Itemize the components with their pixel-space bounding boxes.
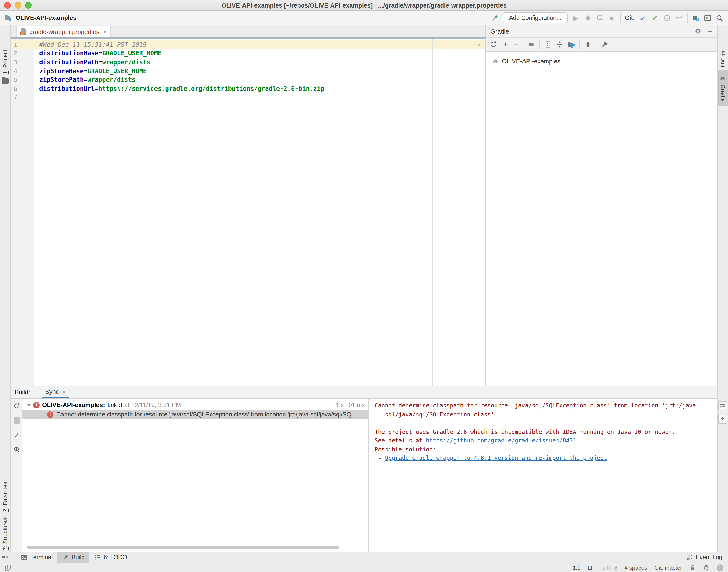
error-icon (47, 411, 54, 418)
todo-label: : TODO (107, 554, 127, 561)
line-separator[interactable]: LF (588, 564, 594, 571)
expand-all-icon[interactable] (544, 41, 551, 48)
gradle-tool-window: Gradle ⚙ + (486, 25, 717, 386)
gradle-toolbar: + (486, 38, 717, 52)
code-line: 3 distributionPath=wrapper/dists (11, 58, 485, 66)
project-structure-icon[interactable] (692, 14, 700, 21)
add-configuration-button[interactable]: Add Configuration... (503, 12, 568, 23)
inspections-status-icon[interactable] (717, 564, 723, 571)
code-line: 4 zipStoreBase=GRADLE_USER_HOME (11, 67, 485, 75)
toggle-tool-windows-icon[interactable] (5, 564, 11, 571)
ant-tab-label: Ant (720, 59, 726, 68)
build-hammer-icon[interactable] (491, 14, 499, 21)
history-clock-icon[interactable] (663, 14, 671, 21)
rollback-undo-icon[interactable]: ↩ (675, 14, 683, 21)
project-tab-mnemonic: 1 (2, 71, 8, 74)
soft-wrap-icon[interactable] (718, 401, 727, 410)
caret-position[interactable]: 1:1 (573, 564, 580, 571)
profiler-icon[interactable] (596, 14, 604, 21)
console-line: - (375, 455, 385, 461)
build-row-error-selected[interactable]: Cannot determine classpath for resource … (22, 410, 369, 419)
right-tool-stripe: Ant Gradle (717, 25, 728, 552)
sync-tab-close-icon[interactable]: × (62, 388, 66, 395)
resync-icon[interactable] (13, 403, 20, 409)
line-number: 2 (11, 50, 34, 57)
project-folder-icon (2, 78, 8, 83)
scroll-to-end-icon[interactable] (718, 415, 727, 424)
collapse-all-icon[interactable] (556, 41, 564, 48)
build-project-name: OLIVE-API-examples: (42, 401, 105, 409)
git-label: Git: (625, 14, 634, 21)
toolbar-item-event-log[interactable]: Event Log (686, 552, 728, 563)
stop-build-icon[interactable] (13, 417, 20, 424)
favorites-tab-label: : Favorites (2, 482, 8, 509)
sidebar-item-ant[interactable]: Ant (718, 50, 728, 68)
run-anything-icon[interactable] (704, 14, 712, 21)
pin-icon[interactable] (13, 432, 20, 438)
code-editor[interactable]: ✓ 1 #Wed Dec 11 15:31:41 PST 2019 2 dist… (11, 39, 485, 386)
filter-eye-icon[interactable] (13, 446, 20, 453)
toolbar-project-name: OLIVE-API-examples (16, 14, 76, 21)
build-console[interactable]: Cannot determine classpath for resource … (369, 399, 717, 552)
group-modules-folder-icon[interactable] (568, 41, 575, 48)
remove-icon[interactable] (514, 44, 519, 45)
file-encoding[interactable]: UTF-8 (601, 564, 617, 571)
indent-setting[interactable]: 4 spaces (624, 564, 647, 571)
ant-icon (720, 50, 726, 56)
upgrade-gradle-link[interactable]: Upgrade Gradle wrapper to 4.8.1 version … (385, 455, 607, 461)
build-panel-header: Build: Sync × (11, 386, 717, 399)
unlock-icon[interactable] (689, 564, 696, 571)
offline-mode-icon[interactable] (584, 41, 592, 48)
main-toolbar: OLIVE-API-examples Add Configuration... … (0, 11, 728, 25)
gear-icon[interactable]: ⚙ (694, 27, 702, 35)
toolbar-item-todo[interactable]: 6: TODO (89, 552, 132, 563)
build-label: Build: (15, 388, 33, 398)
horizontal-scrollbar[interactable] (27, 546, 339, 549)
wrench-settings-icon[interactable] (601, 41, 608, 48)
line-number: 4 (11, 67, 34, 74)
tab-gradle-wrapper-properties[interactable]: gradle-wrapper.properties × (16, 26, 111, 38)
code-line: 1 #Wed Dec 11 15:31:41 PST 2019 (11, 40, 485, 49)
tab-close-icon[interactable]: × (103, 28, 107, 35)
editor-tabbar: gradle-wrapper.properties × (11, 25, 485, 39)
code-line: 7 (11, 93, 485, 101)
tool-window-bar: Terminal Build 6: TODO Event Log (0, 552, 728, 563)
add-icon[interactable]: + (502, 41, 510, 48)
sidebar-item-favorites[interactable]: 2: Favorites ★ (0, 482, 10, 522)
github-issue-link[interactable]: https://github.com/gradle/gradle/issues/… (426, 437, 576, 444)
highlighting-level-icon[interactable] (703, 564, 710, 571)
event-log-label: Event Log (696, 554, 722, 561)
event-log-balloon-icon (686, 554, 693, 561)
hide-panel-icon[interactable] (708, 31, 712, 32)
tab-sync[interactable]: Sync × (42, 388, 69, 398)
line-number: 5 (11, 76, 34, 83)
sidebar-item-structure[interactable]: 7: Structure (0, 520, 10, 559)
sidebar-item-project[interactable]: 1: Project (0, 50, 10, 83)
build-status: failed (108, 401, 122, 409)
editor-pane: gradle-wrapper.properties × ✓ 1 (11, 25, 485, 386)
terminal-label: Terminal (30, 554, 53, 561)
tab-filename: gradle-wrapper.properties (29, 28, 100, 35)
git-commit-check-icon[interactable]: ✓ (651, 14, 659, 21)
structure-tab-label: : Structure (2, 520, 8, 547)
project-tab-label: : Project (2, 50, 8, 71)
window-titlebar: OLIVE-API-examples [~/repos/OLIVE-API-ex… (0, 0, 728, 11)
run-button[interactable]: ▶ (572, 14, 580, 21)
debug-bug-icon[interactable] (584, 14, 592, 21)
line-number: 6 (11, 85, 34, 92)
search-everywhere-icon[interactable] (716, 14, 723, 21)
git-update-icon[interactable]: ↙ (639, 14, 647, 21)
favorites-tab-mnemonic: 2 (2, 509, 8, 512)
sidebar-item-gradle[interactable]: Gradle (718, 70, 728, 106)
git-branch[interactable]: Git: master (654, 564, 682, 571)
toolbar-item-build[interactable]: Build (58, 552, 90, 563)
gradle-elephant-icon[interactable] (527, 41, 535, 48)
gradle-root-node[interactable]: OLIVE-API-examples (486, 56, 717, 66)
project-icon (5, 14, 12, 21)
build-row-failed[interactable]: OLIVE-API-examples: failed at 12/11/19, … (22, 401, 369, 409)
toolbar-item-terminal[interactable]: Terminal (16, 552, 58, 563)
chevron-down-icon[interactable] (27, 404, 31, 406)
refresh-icon[interactable] (489, 41, 497, 48)
line-number: 3 (11, 59, 34, 66)
stop-button[interactable]: ■ (608, 14, 616, 21)
